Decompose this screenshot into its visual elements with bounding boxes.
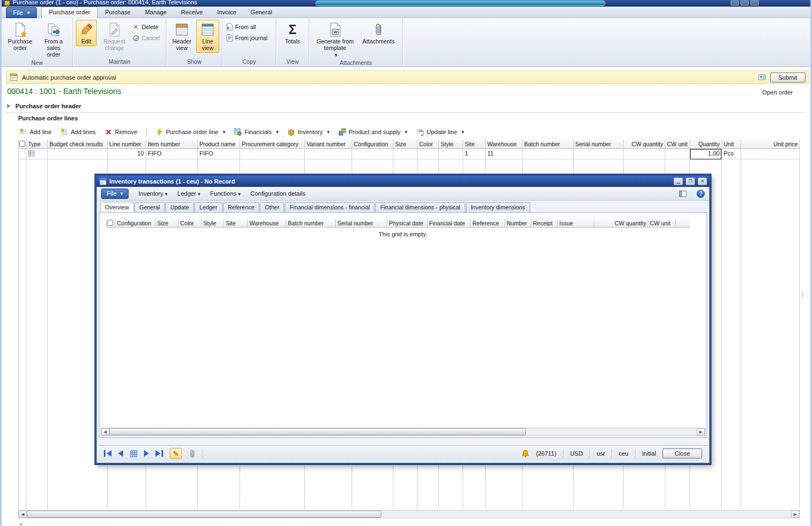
tab-purchase-order[interactable]: Purchase order (41, 7, 98, 18)
update-line-menu[interactable]: Update line (416, 128, 464, 136)
purchase-order-lines-section-header[interactable]: Purchase order lines (18, 115, 78, 121)
row-select-cell[interactable] (19, 149, 26, 159)
dlg-col-cw-unit[interactable]: CW unit (648, 219, 676, 228)
cancel-button[interactable]: Cancel (132, 34, 160, 42)
scroll-left-icon[interactable]: ◀ (19, 511, 27, 518)
new-purchase-order-button[interactable]: Purchase order (4, 20, 36, 53)
cell-product-name[interactable]: FIFO (198, 149, 240, 159)
cell-type[interactable] (26, 149, 47, 159)
dialog-tab-general[interactable]: General (135, 202, 165, 212)
dialog-tab-fin-dim-financial[interactable]: Financial dimensions - financial (285, 202, 375, 212)
attach-document-button[interactable] (188, 450, 196, 457)
cell-warehouse[interactable]: 11 (486, 149, 522, 159)
workflow-info-icon[interactable] (758, 74, 766, 81)
cell-configuration[interactable] (352, 149, 393, 159)
cell-variant-number[interactable] (305, 149, 352, 159)
tab-purchase[interactable]: Purchase (98, 7, 137, 18)
dialog-tab-inventory-dimensions[interactable]: Inventory dimensions (466, 202, 530, 212)
dialog-tab-overview[interactable]: Overview (100, 202, 134, 212)
cell-batch-number[interactable] (522, 149, 573, 159)
column-header-site[interactable]: Site (463, 140, 485, 149)
address-search-bar[interactable] (315, 1, 605, 6)
minimize-window-icon[interactable] (731, 1, 739, 5)
dialog-close-icon[interactable]: ✕ (698, 178, 707, 185)
cell-size[interactable] (393, 149, 417, 159)
pane-splitter-handle[interactable]: ⋮⋮ (799, 292, 805, 297)
column-header-configuration[interactable]: Configuration (352, 140, 393, 149)
column-header-warehouse[interactable]: Warehouse (486, 140, 522, 149)
edit-button[interactable]: Edit (76, 20, 97, 46)
dialog-titlebar[interactable]: Inventory transactions (1 - ceu) - No Re… (97, 176, 709, 187)
column-header-batch-number[interactable]: Batch number (522, 140, 573, 149)
request-change-button[interactable]: Request change (98, 20, 130, 53)
notification-bell-icon[interactable] (522, 450, 530, 457)
select-all-checkbox[interactable] (19, 141, 25, 147)
dlg-col-size[interactable]: Size (155, 219, 179, 228)
from-sales-order-button[interactable]: From a sales order (37, 20, 70, 59)
grid-view-button[interactable] (130, 450, 137, 457)
dialog-scrollbar-thumb[interactable] (109, 428, 526, 435)
cell-quantity[interactable]: 1.00 (690, 149, 721, 159)
company-indicator[interactable]: ceu (619, 450, 629, 457)
dialog-select-all-header[interactable] (107, 219, 115, 228)
column-header-type[interactable]: Type (26, 140, 47, 149)
column-header-product-name[interactable]: Product name (198, 140, 240, 149)
file-menu-button[interactable]: File (6, 7, 37, 18)
line-view-button[interactable]: Line view (196, 20, 219, 53)
column-header-cw-unit[interactable]: CW unit (665, 140, 689, 149)
dlg-col-color[interactable]: Color (179, 219, 202, 228)
dialog-restore-icon[interactable]: ❒ (686, 178, 695, 185)
scrollbar-thumb[interactable] (27, 511, 381, 518)
dialog-panel-icon[interactable] (679, 190, 687, 197)
dialog-horizontal-scrollbar[interactable]: ◀ ▶ (101, 428, 705, 436)
dialog-tab-reference[interactable]: Reference (223, 202, 259, 212)
dialog-tab-update[interactable]: Update (165, 202, 194, 212)
dialog-select-all-checkbox[interactable] (107, 220, 113, 226)
add-line-button[interactable]: Add line (19, 128, 52, 136)
close-window-icon[interactable] (750, 1, 759, 5)
copy-from-all-button[interactable]: From all (225, 23, 268, 31)
main-horizontal-scrollbar[interactable]: ◀ ▶ (18, 510, 800, 518)
dialog-scroll-right-icon[interactable]: ▶ (697, 428, 705, 435)
dialog-tab-other[interactable]: Other (260, 202, 284, 212)
inventory-menu[interactable]: Inventory (287, 128, 330, 136)
dialog-inventory-menu[interactable]: Inventory (138, 190, 168, 197)
close-button[interactable]: Close (663, 449, 702, 458)
dlg-col-batch-number[interactable]: Batch number (286, 219, 336, 228)
column-header-cw-quantity[interactable]: CW quantity (624, 140, 665, 149)
column-header-line-number[interactable]: Line number (108, 140, 146, 149)
column-header-unit[interactable]: Unit (722, 140, 741, 149)
column-header-budget-check[interactable]: Budget check results (48, 140, 107, 149)
dlg-col-warehouse[interactable]: Warehouse (248, 219, 286, 228)
select-all-header[interactable] (19, 140, 26, 149)
dlg-col-configuration[interactable]: Configuration (115, 219, 155, 228)
copy-from-journal-button[interactable]: From journal (225, 34, 268, 42)
dialog-ledger-menu[interactable]: Ledger (177, 190, 201, 197)
tab-receive[interactable]: Receive (174, 7, 210, 18)
dlg-col-serial-number[interactable]: Serial number (336, 219, 387, 228)
dlg-col-number[interactable]: Number (505, 219, 531, 228)
column-header-serial-number[interactable]: Serial number (574, 140, 623, 149)
cell-line-number[interactable]: 10 (108, 149, 146, 159)
last-record-button[interactable] (155, 450, 163, 457)
help-icon[interactable]: ? (697, 190, 705, 198)
dialog-scroll-left-icon[interactable]: ◀ (101, 428, 109, 435)
cell-item-number[interactable]: FIFO (146, 149, 197, 159)
cell-cw-unit[interactable] (665, 149, 689, 159)
dlg-col-cw-quantity[interactable]: CW quantity (594, 219, 648, 228)
user-indicator[interactable]: usr (597, 450, 605, 457)
cell-cw-quantity[interactable] (624, 149, 665, 159)
dlg-col-style[interactable]: Style (202, 219, 224, 228)
tab-manage[interactable]: Manage (138, 7, 174, 18)
remove-button[interactable]: Remove (104, 128, 137, 136)
dialog-tab-fin-dim-physical[interactable]: Financial dimensions - physical (375, 202, 465, 212)
column-header-unit-price[interactable]: Unit price (741, 140, 799, 149)
dlg-col-financial-date[interactable]: Financial date (427, 219, 471, 228)
dlg-col-receipt[interactable]: Receipt (531, 219, 558, 228)
dlg-col-issue[interactable]: Issue (558, 219, 594, 228)
dlg-col-site[interactable]: Site (224, 219, 248, 228)
add-lines-button[interactable]: Add lines (60, 128, 96, 136)
column-header-color[interactable]: Color (418, 140, 438, 149)
financials-menu[interactable]: Financials (234, 128, 279, 136)
cell-unit[interactable]: Pcs (722, 149, 741, 159)
